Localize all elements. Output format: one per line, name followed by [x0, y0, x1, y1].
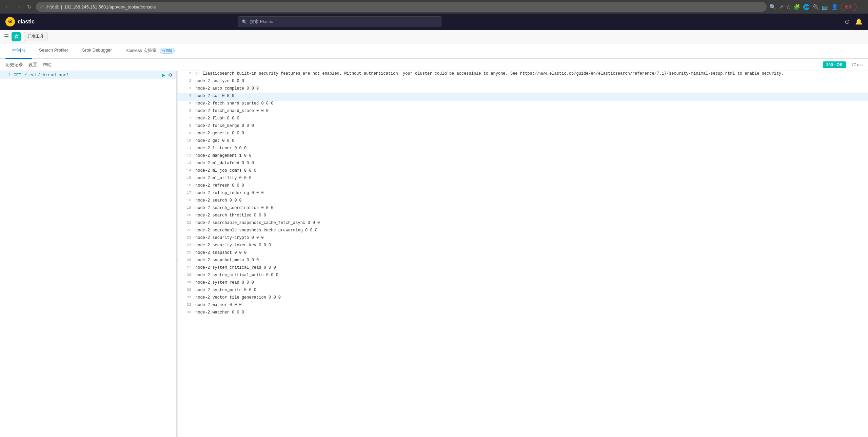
- hamburger-menu-button[interactable]: ☰: [4, 33, 9, 40]
- output-line: 14node-2 ml_job_comms 0 0 0: [178, 168, 868, 175]
- profile-icon[interactable]: 👤: [831, 4, 838, 10]
- puzzle-icon[interactable]: 🔌: [812, 4, 819, 10]
- app-label-button[interactable]: 开发工具: [24, 32, 47, 41]
- help-link[interactable]: 帮助: [43, 62, 52, 68]
- output-line: 10node-2 get 0 0 0: [178, 138, 868, 146]
- output-line: 32node-2 warmer 0 0 0: [178, 302, 868, 310]
- output-line-content: node-2 auto_complete 0 0 0: [195, 86, 868, 93]
- output-line-number: 9: [178, 131, 195, 138]
- output-line-content: node-2 system_write 0 0 0: [195, 288, 868, 294]
- output-line-number: 16: [178, 183, 195, 190]
- output-line-number: 11: [178, 146, 195, 153]
- output-line: 33node-2 watcher 0 0 0: [178, 310, 868, 317]
- output-line-number: 13: [178, 161, 195, 168]
- help-icon[interactable]: ⊙: [845, 18, 850, 25]
- search-icon[interactable]: 🔍: [769, 4, 776, 10]
- address-bar[interactable]: ⚠ 不安全 | 192.168.245.151:5601/app/dev_too…: [36, 2, 767, 12]
- output-line: 23node-2 security-crypto 0 0 0: [178, 235, 868, 243]
- forward-button[interactable]: →: [14, 3, 22, 11]
- output-line-content: node-2 flush 0 0 0: [195, 116, 868, 123]
- cast-icon[interactable]: 📺: [822, 4, 829, 10]
- output-line: 28node-2 system_critical_write 0 0 0: [178, 272, 868, 280]
- beta-badge: 公测版: [160, 48, 175, 54]
- output-line: 12node-2 management 1 0 0: [178, 153, 868, 160]
- header-right-actions: ⊙ 🔔: [845, 18, 863, 25]
- output-line: 15node-2 ml_utility 0 0 0: [178, 175, 868, 183]
- output-line: 18node-2 search 0 0 0: [178, 198, 868, 205]
- elastic-header: ⦿ elastic 🔍 搜索 Elastic ⊙ 🔔: [0, 14, 868, 30]
- history-link[interactable]: 历史记录: [5, 62, 23, 68]
- output-line: 13node-2 ml_datafeed 0 0 0: [178, 160, 868, 168]
- output-line-number: 31: [178, 295, 195, 302]
- translate-icon[interactable]: 🌐: [803, 4, 810, 10]
- output-line-content: node-2 force_merge 0 0 0: [195, 124, 868, 130]
- tab-search-profiler[interactable]: Search Profiler: [32, 43, 75, 59]
- search-placeholder: 搜索 Elastic: [250, 19, 273, 25]
- output-line-content: node-2 searchable_snapshots_cache_fetch_…: [195, 221, 868, 227]
- star-icon[interactable]: ☆: [786, 4, 791, 10]
- output-line-number: 3: [178, 86, 195, 93]
- elastic-logo-circle: ⦿: [5, 17, 15, 26]
- output-line-number: 17: [178, 191, 195, 197]
- output-line-number: 23: [178, 235, 195, 242]
- search-icon: 🔍: [242, 19, 247, 24]
- browser-chrome: ← → ↻ ⚠ 不安全 | 192.168.245.151:5601/app/d…: [0, 0, 868, 14]
- output-line: 8node-2 force_merge 0 0 0: [178, 123, 868, 131]
- output-line-number: 32: [178, 303, 195, 309]
- output-line-content: node-2 searchable_snapshots_cache_prewar…: [195, 228, 868, 235]
- editor-line-1[interactable]: 1 GET /_cat/thread_pool ▶ ⚙: [0, 71, 176, 79]
- output-line: 16node-2 refresh 0 0 0: [178, 183, 868, 190]
- output-line: 11node-2 listener 0 0 0: [178, 146, 868, 153]
- extensions-icon[interactable]: 🧩: [793, 4, 800, 10]
- output-line: 3node-2 auto_complete 0 0 0: [178, 86, 868, 93]
- url-text: 192.168.245.151:5601/app/dev_tools#/cons…: [64, 4, 156, 10]
- editor-area[interactable]: 1 GET /_cat/thread_pool ▶ ⚙: [0, 71, 176, 437]
- output-panel: 1#! Elasticsearch built-in security feat…: [178, 71, 868, 437]
- url-separator: |: [61, 4, 62, 10]
- security-warning-icon: ⚠: [40, 4, 44, 9]
- status-badge: 200 - OK: [823, 61, 846, 68]
- editor-settings-button[interactable]: ⚙: [167, 72, 173, 78]
- back-button[interactable]: ←: [3, 3, 12, 11]
- output-line-number: 25: [178, 250, 195, 257]
- output-line-number: 21: [178, 221, 195, 227]
- output-line: 19node-2 search_coordination 0 0 0: [178, 205, 868, 213]
- elastic-logo[interactable]: ⦿ elastic: [5, 17, 35, 26]
- kibana-toolbar: ☰ 欢 开发工具: [0, 30, 868, 43]
- app-badge: 欢: [12, 32, 21, 41]
- output-line-content: node-2 analyze 0 0 0: [195, 79, 868, 86]
- output-line-number: 29: [178, 280, 195, 287]
- output-line: 24node-2 security-token-key 0 0 0: [178, 243, 868, 250]
- tab-grok-debugger[interactable]: Grok Debugger: [75, 43, 119, 59]
- output-line-number: 8: [178, 124, 195, 130]
- output-line: 2node-2 analyze 0 0 0: [178, 78, 868, 86]
- output-line-number: 6: [178, 109, 195, 115]
- elastic-logo-text: elastic: [18, 19, 35, 25]
- menu-icon[interactable]: ⋮: [859, 4, 865, 10]
- update-button[interactable]: 更新: [841, 3, 856, 11]
- output-line-number: 12: [178, 153, 195, 160]
- tab-console[interactable]: 控制台: [5, 43, 32, 59]
- share-icon[interactable]: ↗: [779, 4, 783, 10]
- tab-painless[interactable]: Painless 实验室 公测版: [119, 43, 181, 59]
- output-line-content: node-2 refresh 0 0 0: [195, 183, 868, 190]
- reload-button[interactable]: ↻: [25, 3, 33, 11]
- output-line-number: 33: [178, 310, 195, 317]
- output-line-content: node-2 ccr 0 0 0: [195, 94, 868, 100]
- output-line: 26node-2 snapshot_meta 0 0 0: [178, 258, 868, 265]
- output-line-content: node-2 system_critical_read 0 0 0: [195, 265, 868, 272]
- output-line: 9node-2 generic 0 0 0: [178, 131, 868, 138]
- global-search[interactable]: 🔍 搜索 Elastic: [238, 16, 441, 27]
- secondary-toolbar: 历史记录 设置 帮助 200 - OK 77 ms: [0, 59, 868, 71]
- output-line-number: 18: [178, 198, 195, 205]
- output-line: 6node-2 fetch_shard_store 0 0 0: [178, 108, 868, 116]
- settings-link[interactable]: 设置: [28, 62, 37, 68]
- output-line-number: 24: [178, 243, 195, 250]
- output-line-number: 4: [178, 94, 195, 100]
- output-line: 25node-2 snapshot 0 0 0: [178, 250, 868, 258]
- output-line-number: 7: [178, 116, 195, 123]
- run-button[interactable]: ▶: [161, 72, 166, 78]
- notifications-icon[interactable]: 🔔: [855, 18, 863, 25]
- url-security-label: 不安全: [46, 4, 59, 10]
- output-line: 27node-2 system_critical_read 0 0 0: [178, 265, 868, 272]
